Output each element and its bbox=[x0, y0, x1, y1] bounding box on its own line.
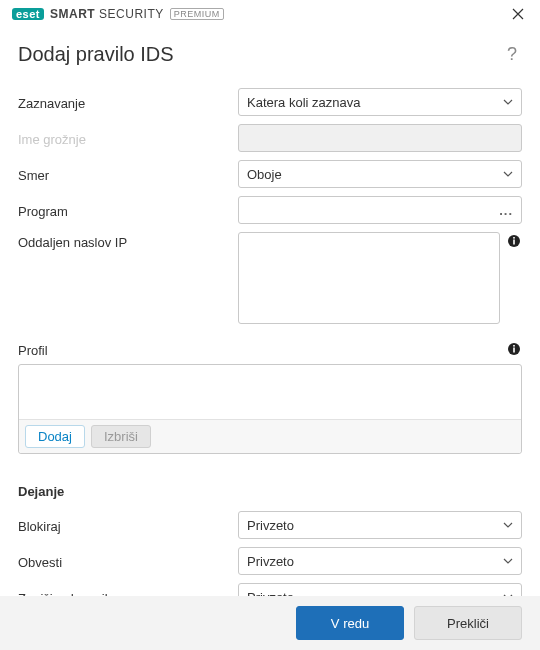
chevron-down-icon bbox=[503, 169, 513, 179]
block-label: Blokiraj bbox=[18, 516, 238, 534]
notify-select[interactable]: Privzeto bbox=[238, 547, 522, 575]
remote-ip-label: Oddaljen naslov IP bbox=[18, 232, 238, 250]
delete-profile-button: Izbriši bbox=[91, 425, 151, 448]
action-section-heading: Dejanje bbox=[18, 484, 522, 499]
notify-label: Obvesti bbox=[18, 552, 238, 570]
ok-button[interactable]: V redu bbox=[296, 606, 404, 640]
chevron-down-icon bbox=[503, 520, 513, 530]
brand-product-name: SMART SECURITY bbox=[50, 7, 164, 21]
notify-value: Privzeto bbox=[247, 554, 294, 569]
info-icon[interactable] bbox=[506, 234, 522, 248]
brand-eset-logo: eset bbox=[12, 8, 44, 20]
profile-actions: Dodaj Izbriši bbox=[19, 419, 521, 453]
remote-ip-input[interactable] bbox=[238, 232, 500, 324]
profile-box: Dodaj Izbriši bbox=[18, 364, 522, 454]
brand-premium-badge: PREMIUM bbox=[170, 8, 224, 20]
close-button[interactable] bbox=[504, 0, 532, 28]
program-label: Program bbox=[18, 201, 238, 219]
profile-label: Profil bbox=[18, 340, 500, 358]
browse-button[interactable]: ... bbox=[499, 203, 513, 218]
brand: eset SMART SECURITY PREMIUM bbox=[12, 7, 224, 21]
threat-name-select bbox=[238, 124, 522, 152]
add-profile-button[interactable]: Dodaj bbox=[25, 425, 85, 448]
threat-name-label: Ime grožnje bbox=[18, 129, 238, 147]
block-value: Privzeto bbox=[247, 518, 294, 533]
help-button[interactable]: ? bbox=[502, 44, 522, 65]
detection-select[interactable]: Katera koli zaznava bbox=[238, 88, 522, 116]
svg-rect-2 bbox=[513, 237, 515, 239]
block-select[interactable]: Privzeto bbox=[238, 511, 522, 539]
profile-list[interactable] bbox=[19, 365, 521, 419]
direction-label: Smer bbox=[18, 165, 238, 183]
svg-rect-1 bbox=[513, 240, 515, 245]
page-title: Dodaj pravilo IDS bbox=[18, 43, 174, 66]
chevron-down-icon bbox=[503, 556, 513, 566]
cancel-button[interactable]: Prekliči bbox=[414, 606, 522, 640]
svg-rect-4 bbox=[513, 348, 515, 353]
dialog-footer: V redu Prekliči bbox=[0, 596, 540, 650]
direction-select[interactable]: Oboje bbox=[238, 160, 522, 188]
titlebar: eset SMART SECURITY PREMIUM bbox=[0, 0, 540, 29]
svg-rect-5 bbox=[513, 345, 515, 347]
close-icon bbox=[512, 8, 524, 20]
chevron-down-icon bbox=[503, 97, 513, 107]
direction-value: Oboje bbox=[247, 167, 282, 182]
program-input[interactable]: ... bbox=[238, 196, 522, 224]
ids-rule-dialog: eset SMART SECURITY PREMIUM Dodaj pravil… bbox=[0, 0, 540, 650]
detection-value: Katera koli zaznava bbox=[247, 95, 360, 110]
info-icon[interactable] bbox=[506, 342, 522, 356]
detection-label: Zaznavanje bbox=[18, 93, 238, 111]
